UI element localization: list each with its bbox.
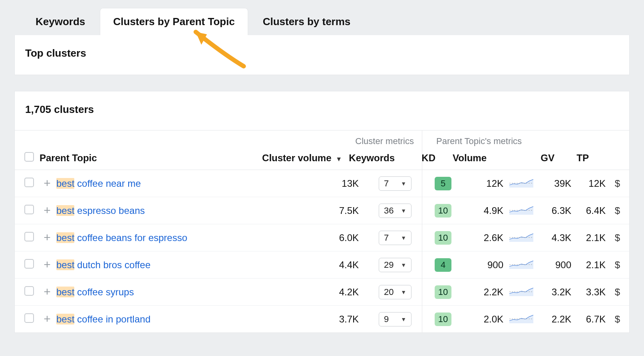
row-checkbox[interactable] — [24, 259, 34, 269]
col-tp[interactable]: TP — [555, 152, 589, 164]
tp-value: 2.1K — [571, 259, 606, 271]
tail-currency-icon: $ — [606, 287, 622, 298]
volume-value: 4.9K — [454, 205, 506, 216]
chevron-down-icon: ▼ — [401, 289, 406, 295]
parent-topic-link[interactable]: best espresso beans — [56, 205, 145, 216]
keywords-dropdown[interactable]: 20 ▼ — [379, 285, 411, 299]
volume-value: 2.2K — [454, 287, 506, 298]
col-cluster-volume[interactable]: Cluster volume ▼ — [253, 152, 346, 164]
parent-topic-link[interactable]: best dutch bros coffee — [56, 259, 151, 270]
expand-icon[interactable]: + — [44, 177, 51, 189]
row-checkbox[interactable] — [24, 286, 34, 296]
kd-badge: 10 — [435, 231, 451, 245]
sparkline-icon — [509, 313, 533, 323]
col-kd[interactable]: KD — [405, 152, 437, 164]
highlighted-term: best — [56, 232, 74, 243]
volume-value: 12K — [454, 178, 506, 189]
chevron-down-icon: ▼ — [401, 235, 406, 241]
row-checkbox[interactable] — [24, 313, 34, 323]
highlighted-term: best — [56, 259, 74, 270]
kd-badge: 10 — [435, 285, 451, 299]
cluster-volume-value: 3.7K — [270, 314, 363, 325]
sparkline-icon — [509, 259, 533, 269]
expand-icon[interactable]: + — [44, 286, 51, 298]
col-gv[interactable]: GV — [520, 152, 555, 164]
expand-icon[interactable]: + — [44, 204, 51, 216]
cluster-volume-value: 4.4K — [270, 259, 363, 271]
topic-rest: coffee syrups — [74, 287, 134, 297]
cluster-volume-value: 4.2K — [270, 287, 363, 298]
select-all-checkbox[interactable] — [24, 152, 34, 162]
highlighted-term: best — [56, 178, 74, 189]
gv-value: 900 — [537, 259, 571, 271]
tail-currency-icon: $ — [606, 314, 622, 325]
keywords-value: 9 — [384, 314, 389, 324]
group-header-parent-metrics: Parent Topic's metrics — [422, 136, 629, 146]
col-keywords[interactable]: Keywords — [346, 152, 405, 164]
table-row: + best coffee in portland 3.7K 9 ▼ 10 2.… — [15, 305, 629, 332]
tail-currency-icon: $ — [606, 232, 622, 243]
clusters-panel: 1,705 clusters Cluster metrics Parent To… — [14, 91, 630, 333]
col-volume[interactable]: Volume — [437, 152, 489, 164]
tp-value: 3.3K — [571, 287, 606, 298]
topic-rest: dutch bros coffee — [74, 259, 150, 270]
clusters-count: 1,705 clusters — [15, 91, 629, 130]
table-row: + best coffee syrups 4.2K 20 ▼ 10 2.2K — [15, 278, 629, 305]
expand-icon[interactable]: + — [44, 259, 51, 271]
gv-value: 3.2K — [537, 287, 571, 298]
sparkline-icon — [509, 286, 533, 296]
tab-clusters-by-terms[interactable]: Clusters by terms — [250, 8, 364, 35]
parent-topic-link[interactable]: best coffee near me — [56, 178, 141, 189]
parent-topic-link[interactable]: best coffee syrups — [56, 287, 134, 297]
col-cluster-volume-label: Cluster volume — [262, 152, 331, 163]
volume-value: 2.0K — [454, 314, 506, 325]
top-clusters-panel: Top clusters — [14, 35, 630, 75]
gv-value: 4.3K — [537, 232, 571, 243]
tp-value: 12K — [571, 178, 606, 189]
keywords-dropdown[interactable]: 36 ▼ — [379, 204, 411, 218]
keywords-dropdown[interactable]: 7 ▼ — [379, 176, 411, 191]
table-row: + best coffee beans for espresso 6.0K 7 … — [15, 224, 629, 251]
volume-value: 900 — [454, 259, 506, 271]
highlighted-term: best — [56, 287, 74, 297]
topic-rest: coffee beans for espresso — [74, 232, 187, 243]
keywords-dropdown[interactable]: 29 ▼ — [379, 258, 411, 272]
row-checkbox[interactable] — [24, 205, 34, 214]
tab-clusters-by-parent-topic[interactable]: Clusters by Parent Topic — [100, 8, 248, 35]
chevron-down-icon: ▼ — [401, 180, 406, 187]
topic-rest: coffee in portland — [74, 314, 150, 324]
chevron-down-icon: ▼ — [401, 208, 406, 214]
keywords-dropdown[interactable]: 9 ▼ — [379, 312, 411, 326]
keywords-value: 20 — [384, 287, 394, 297]
top-clusters-title: Top clusters — [25, 47, 619, 59]
gv-value: 2.2K — [537, 314, 571, 325]
chevron-down-icon: ▼ — [401, 316, 406, 322]
topic-rest: espresso beans — [74, 205, 145, 216]
clusters-table: Cluster metrics Parent Topic's metrics P… — [15, 130, 629, 332]
metrics-divider — [422, 131, 422, 332]
highlighted-term: best — [56, 314, 74, 324]
tab-keywords[interactable]: Keywords — [22, 8, 98, 35]
keywords-value: 29 — [384, 260, 394, 270]
col-parent-topic[interactable]: Parent Topic — [39, 152, 253, 164]
tail-currency-icon: $ — [606, 205, 622, 216]
kd-badge: 5 — [435, 177, 451, 190]
highlighted-term: best — [56, 205, 74, 216]
row-checkbox[interactable] — [24, 232, 34, 241]
keywords-dropdown[interactable]: 7 ▼ — [379, 231, 411, 245]
table-row: + best coffee near me 13K 7 ▼ 5 12K — [15, 170, 629, 197]
row-checkbox[interactable] — [24, 178, 34, 187]
keywords-value: 7 — [384, 178, 389, 189]
expand-icon[interactable]: + — [44, 313, 51, 325]
parent-topic-link[interactable]: best coffee beans for espresso — [56, 232, 187, 243]
topic-rest: coffee near me — [74, 178, 141, 189]
expand-icon[interactable]: + — [44, 231, 51, 243]
group-header-cluster-metrics: Cluster metrics — [270, 136, 422, 146]
kd-badge: 10 — [435, 204, 451, 218]
tp-value: 6.7K — [571, 314, 606, 325]
sparkline-icon — [509, 231, 533, 242]
parent-topic-link[interactable]: best coffee in portland — [56, 314, 151, 324]
kd-badge: 10 — [435, 312, 451, 326]
tail-currency-icon: $ — [606, 178, 622, 189]
sort-desc-icon: ▼ — [336, 156, 342, 162]
